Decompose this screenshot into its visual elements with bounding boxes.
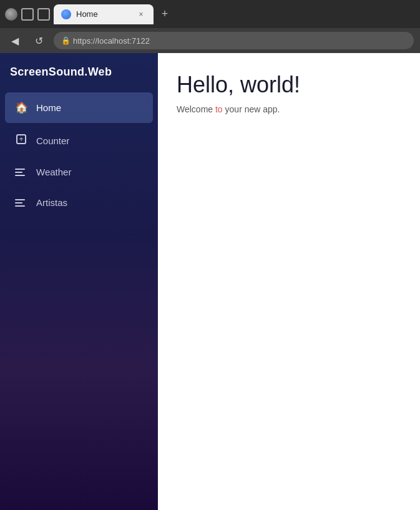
subtitle-after: your new app. — [223, 104, 280, 114]
tab-title: Home — [76, 9, 98, 19]
page-title: Hello, world! — [177, 72, 401, 98]
sidebar: ScreenSound.Web 🏠 Home Counter Weather — [0, 53, 158, 510]
url-text: https://localhost:7122 — [73, 36, 150, 46]
lines-icon — [15, 169, 25, 176]
tab-favicon — [61, 9, 71, 19]
tab-close-button[interactable]: × — [136, 9, 146, 19]
sidebar-item-artistas[interactable]: Artistas — [5, 189, 153, 217]
new-tab-button[interactable]: + — [156, 6, 173, 23]
sidebar-item-home[interactable]: 🏠 Home — [5, 92, 153, 123]
lines-icon-2 — [15, 199, 25, 207]
subtitle-before: Welcome — [177, 104, 215, 114]
sidebar-item-counter[interactable]: Counter — [5, 125, 153, 155]
home-icon: 🏠 — [15, 101, 27, 114]
window-icon — [37, 8, 50, 21]
tabs-icon — [21, 8, 34, 21]
sidebar-item-counter-label: Counter — [36, 135, 69, 146]
sidebar-brand: ScreenSound.Web — [0, 53, 158, 91]
refresh-button[interactable]: ↺ — [30, 32, 47, 49]
subtitle-highlight: to — [215, 104, 223, 114]
main-content: Hello, world! Welcome to your new app. — [158, 53, 420, 510]
sidebar-item-home-label: Home — [36, 102, 61, 113]
active-tab[interactable]: Home × — [54, 4, 154, 24]
sidebar-item-weather[interactable]: Weather — [5, 158, 153, 186]
tab-bar: Home × + — [54, 4, 415, 24]
lock-icon: 🔒 — [61, 36, 71, 45]
artistas-icon — [15, 199, 27, 207]
sidebar-item-weather-label: Weather — [36, 167, 71, 177]
address-bar[interactable]: 🔒 https://localhost:7122 — [54, 32, 414, 49]
sidebar-item-artistas-label: Artistas — [36, 197, 67, 208]
browser-chrome: Home × + — [0, 0, 420, 28]
page-subtitle: Welcome to your new app. — [177, 104, 401, 114]
profile-icon — [5, 8, 17, 21]
weather-icon — [15, 169, 27, 176]
counter-icon — [15, 134, 27, 147]
address-bar-row: ◀ ↺ 🔒 https://localhost:7122 — [0, 28, 420, 53]
back-button[interactable]: ◀ — [6, 32, 24, 49]
app-container: ScreenSound.Web 🏠 Home Counter Weather — [0, 53, 420, 510]
plus-box-icon — [16, 134, 26, 144]
